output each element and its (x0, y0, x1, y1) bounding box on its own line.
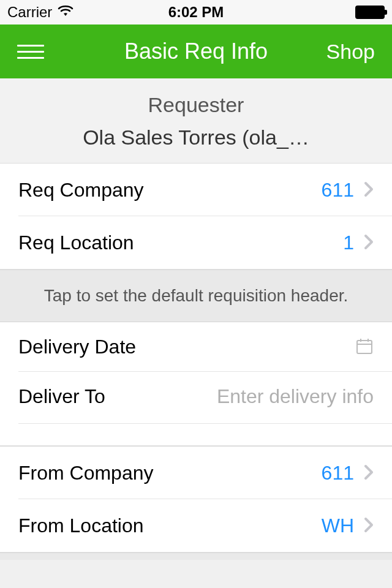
svg-rect-0 (357, 341, 372, 353)
from-company-value: 611 (322, 462, 354, 484)
row-right: 1 (343, 230, 374, 255)
status-left: Carrier (7, 4, 74, 21)
chevron-right-icon (364, 460, 374, 486)
req-location-label: Req Location (18, 232, 134, 254)
requester-label: Requester (0, 93, 392, 117)
req-company-label: Req Company (18, 179, 144, 202)
deliver-to-placeholder: Enter delivery info (217, 385, 374, 408)
deliver-to-label: Deliver To (18, 385, 105, 408)
delivery-date-label: Delivery Date (18, 336, 136, 358)
from-company-row[interactable]: From Company 611 (0, 446, 392, 499)
from-location-row[interactable]: From Location WH (0, 499, 392, 552)
delivery-date-row[interactable]: Delivery Date (0, 322, 392, 372)
req-company-row[interactable]: Req Company 611 (0, 164, 392, 216)
section-header: Tap to set the default requisition heade… (0, 270, 392, 322)
row-right: 611 (322, 177, 374, 203)
spacer (0, 424, 392, 446)
deliver-to-row[interactable]: Deliver To Enter delivery info (0, 372, 392, 424)
calendar-icon (355, 337, 374, 358)
battery-icon (355, 6, 385, 19)
chevron-right-icon (364, 177, 374, 203)
row-right: WH (322, 513, 374, 538)
requester-section: Requester Ola Sales Torres (ola_… (0, 78, 392, 164)
requester-name: Ola Sales Torres (ola_… (0, 126, 392, 149)
wifi-icon (57, 4, 74, 21)
status-bar: Carrier 6:02 PM (0, 0, 392, 24)
row-right: Enter delivery info (217, 385, 374, 408)
status-right (355, 6, 385, 19)
nav-bar: Basic Req Info Shop (0, 24, 392, 78)
req-location-row[interactable]: Req Location 1 (0, 216, 392, 270)
req-company-value: 611 (322, 179, 354, 202)
carrier-label: Carrier (7, 4, 52, 21)
from-company-label: From Company (18, 462, 154, 484)
menu-icon[interactable] (17, 45, 44, 59)
from-location-label: From Location (18, 514, 144, 537)
req-location-value: 1 (343, 232, 354, 254)
row-right: 611 (322, 460, 374, 486)
from-location-value: WH (322, 514, 354, 537)
chevron-right-icon (364, 513, 374, 538)
bottom-gap (0, 552, 392, 560)
chevron-right-icon (364, 230, 374, 255)
status-time: 6:02 PM (168, 4, 224, 21)
page-title: Basic Req Info (124, 39, 268, 64)
row-right (355, 337, 374, 358)
shop-button[interactable]: Shop (326, 40, 375, 64)
